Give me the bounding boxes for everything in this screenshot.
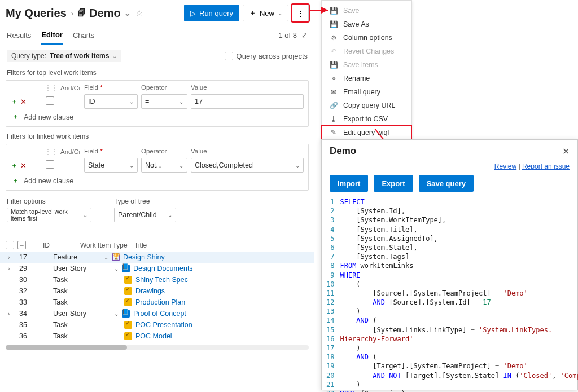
col-val-label: Value xyxy=(191,84,304,92)
review-link[interactable]: Review xyxy=(494,162,516,170)
table-row[interactable]: 33TaskProduction Plan xyxy=(0,297,314,308)
operator-select[interactable]: =⌄ xyxy=(141,94,187,109)
expand-all-icon[interactable]: + xyxy=(6,241,14,249)
more-actions-button[interactable]: ⋮ xyxy=(292,5,309,21)
row-title-link[interactable]: Proof of Concept xyxy=(133,310,186,318)
tab-charts[interactable]: Charts xyxy=(73,27,94,44)
report-issue-link[interactable]: Report an issue xyxy=(522,162,570,170)
save-as-icon: 💾 xyxy=(330,20,338,28)
col-id-label[interactable]: ID xyxy=(43,241,77,249)
line-gutter: 12345678910111213141516171819202122 xyxy=(326,197,340,392)
run-query-button[interactable]: ▷ Run query xyxy=(184,5,239,21)
row-caret-icon[interactable]: › xyxy=(6,311,19,317)
query-type-selector[interactable]: Query type: Tree of work items ⌄ xyxy=(7,50,121,62)
row-title-link[interactable]: POC Presentation xyxy=(135,321,192,329)
table-row[interactable]: ›17Feature⌄Design Shiny xyxy=(0,252,314,263)
clause-checkbox[interactable] xyxy=(46,96,54,105)
operator-select[interactable]: Not...⌄ xyxy=(141,158,187,173)
chevron-down-icon[interactable]: ⌄ xyxy=(104,254,108,261)
col-title-label[interactable]: Title xyxy=(134,241,309,249)
import-button[interactable]: Import xyxy=(330,175,368,192)
field-select[interactable]: ID⌄ xyxy=(84,94,138,109)
row-title-link[interactable]: POC Model xyxy=(135,332,172,340)
horizontal-scrollbar[interactable] xyxy=(6,345,309,350)
row-wit: Task xyxy=(53,287,104,295)
tree-type-select[interactable]: Parent/Child⌄ xyxy=(114,208,176,222)
value-input[interactable]: Closed,Completed⌄ xyxy=(191,158,304,173)
value-input[interactable]: 17 xyxy=(191,94,304,109)
filters-linked-label: Filters for linked work items xyxy=(0,131,314,142)
row-title-link[interactable]: Drawings xyxy=(135,287,165,295)
scrollbar-thumb[interactable] xyxy=(6,345,127,350)
col-andor-label: And/Or xyxy=(60,148,81,155)
menu-save-as[interactable]: 💾Save As xyxy=(322,17,411,31)
table-row[interactable]: 35TaskPOC Presentation xyxy=(0,319,314,331)
table-row[interactable]: ›34User Story⌄Proof of Concept xyxy=(0,308,314,319)
add-clause-icon[interactable]: ＋ xyxy=(11,96,18,107)
feat-icon xyxy=(112,253,120,261)
menu-label: Save xyxy=(343,7,360,15)
play-icon: ▷ xyxy=(190,9,196,17)
grip-icon: ⋮⋮ xyxy=(45,148,58,156)
col-val-label: Value xyxy=(191,148,304,156)
add-new-clause-button[interactable]: ＋ Add new clause xyxy=(8,174,306,188)
favorite-star-icon[interactable]: ☆ xyxy=(135,8,143,18)
menu-label: Save items xyxy=(343,61,378,69)
revert-icon: ↶ xyxy=(330,47,338,55)
add-clause-label: Add new clause xyxy=(24,113,73,121)
filters-top-label: Filters for top level work items xyxy=(0,68,314,78)
menu-edit-wiql[interactable]: ✎Edit query wiql xyxy=(322,126,411,139)
breadcrumb-page[interactable]: 🗐 Demo ⌄ xyxy=(78,7,131,20)
query-across-checkbox[interactable] xyxy=(225,52,233,60)
table-row[interactable]: 32TaskDrawings xyxy=(0,285,314,297)
breadcrumb-root[interactable]: My Queries xyxy=(6,7,67,20)
remove-clause-icon[interactable]: ✕ xyxy=(20,98,27,106)
new-button[interactable]: ＋ New ⌄ xyxy=(243,5,288,21)
menu-rename[interactable]: ⌖Rename xyxy=(322,72,411,85)
row-wit: User Story xyxy=(53,310,104,318)
close-icon[interactable]: ✕ xyxy=(562,146,570,157)
field-value: ID xyxy=(88,98,95,105)
menu-export-csv[interactable]: ⭳Export to CSV xyxy=(322,112,411,126)
row-title-link[interactable]: Production Plan xyxy=(135,298,185,306)
chevron-down-icon[interactable]: ⌄ xyxy=(124,8,131,17)
row-title-link[interactable]: Design Documents xyxy=(133,265,193,272)
field-select[interactable]: State⌄ xyxy=(84,158,138,173)
row-title-link[interactable]: Shiny Tech Spec xyxy=(135,276,188,284)
row-id: 33 xyxy=(19,298,53,306)
row-wit: Feature xyxy=(53,253,104,261)
menu-email[interactable]: ✉Email query xyxy=(322,85,411,99)
row-title-link[interactable]: Design Shiny xyxy=(123,253,165,261)
add-new-clause-button[interactable]: ＋ Add new clause xyxy=(8,110,306,124)
col-wit-label[interactable]: Work Item Type xyxy=(80,241,131,249)
chevron-down-icon[interactable]: ⌄ xyxy=(114,311,119,317)
collapse-all-icon[interactable]: − xyxy=(17,241,26,249)
filters-linked-card: ⋮⋮And/Or Field Operator Value ＋ ✕ State⌄… xyxy=(6,144,309,191)
save-items-icon: 💾 xyxy=(330,61,338,69)
menu-label: Save As xyxy=(343,20,369,28)
add-clause-icon[interactable]: ＋ xyxy=(11,160,18,170)
expand-icon[interactable]: ⤢ xyxy=(301,31,308,39)
table-row[interactable]: 30TaskShiny Tech Spec xyxy=(0,274,314,285)
menu-column-options[interactable]: ⚙Column options xyxy=(322,31,411,45)
table-row[interactable]: 36TaskPOC Model xyxy=(0,331,314,342)
tab-editor[interactable]: Editor xyxy=(41,26,63,45)
export-button[interactable]: Export xyxy=(374,175,413,192)
row-caret-icon[interactable]: › xyxy=(6,266,19,272)
menu-label: Edit query wiql xyxy=(343,129,389,136)
menu-label: Revert Changes xyxy=(343,47,394,55)
clause-checkbox[interactable] xyxy=(46,160,54,169)
remove-clause-icon[interactable]: ✕ xyxy=(20,161,27,170)
tab-results[interactable]: Results xyxy=(7,27,31,44)
save-query-button[interactable]: Save query xyxy=(419,175,474,192)
row-id: 17 xyxy=(19,253,53,261)
table-row[interactable]: ›29User Story⌄Design Documents xyxy=(0,263,314,274)
chevron-down-icon[interactable]: ⌄ xyxy=(114,266,119,272)
filter-options-select[interactable]: Match top-level work items first⌄ xyxy=(7,208,91,222)
edit-icon: ✎ xyxy=(330,129,338,136)
wiql-code-editor[interactable]: 12345678910111213141516171819202122 SELE… xyxy=(322,197,577,392)
row-caret-icon[interactable]: › xyxy=(6,254,19,261)
row-wit: Task xyxy=(53,321,104,329)
menu-copy-url[interactable]: 🔗Copy query URL xyxy=(322,99,411,112)
add-clause-label: Add new clause xyxy=(24,177,73,185)
